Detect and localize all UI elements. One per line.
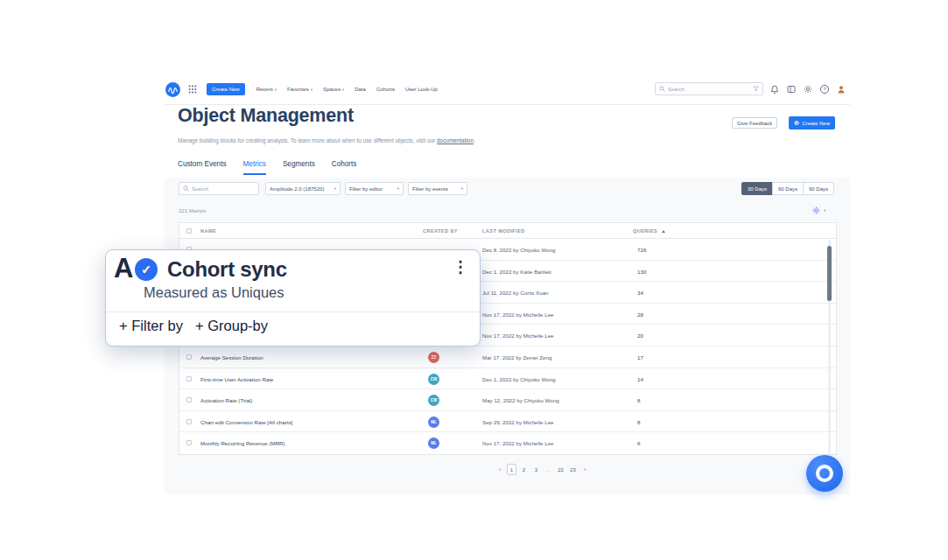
top-navigation-bar: Create New Recent▾Favorites▾Spaces▾DataC… (165, 79, 850, 100)
metric-name: First-time User Activation Rate (200, 376, 274, 382)
chevron-down-icon: ▾ (275, 88, 277, 92)
check-icon: ✓ (141, 262, 151, 276)
metric-zoom-card: A ✓ Cohort sync ⋮ Measured as Uniques + … (105, 249, 481, 346)
tabs: Custom EventsMetricsSegmentsCohorts (178, 160, 356, 175)
topbar-search[interactable] (655, 82, 763, 95)
pagination-page-23[interactable]: 23 (568, 464, 578, 475)
table-search-input[interactable] (192, 186, 255, 192)
queries-count: 14 (637, 376, 643, 382)
row-checkbox[interactable] (186, 397, 192, 402)
topbar-search-input[interactable] (668, 87, 750, 92)
create-new-button-topbar[interactable]: Create New (207, 83, 245, 95)
table-row[interactable]: Average Session DurationZZMar 17, 2022 b… (179, 346, 836, 368)
circle-plus-icon: ⊕ (794, 120, 799, 127)
sort-ascending-icon[interactable] (662, 230, 665, 233)
table-search[interactable] (179, 182, 259, 195)
nav-item-favorites[interactable]: Favorites▾ (287, 87, 312, 92)
give-feedback-button[interactable]: Give Feedback (732, 117, 777, 129)
last-modified: Nov 17, 2022 by Michelle Lee (482, 312, 554, 318)
verified-badge: ✓ (135, 258, 158, 281)
column-config-button[interactable]: ▾ (812, 206, 825, 214)
nav-item-recent[interactable]: Recent▾ (256, 87, 277, 92)
layout-panel-icon[interactable] (787, 85, 796, 94)
pagination-page-2[interactable]: 2 (519, 464, 529, 475)
column-header-created-by[interactable]: CREATED BY (423, 228, 458, 234)
dropdown-filter-by-events[interactable]: Filter by events▾ (408, 182, 467, 195)
table-row[interactable]: Chart edit Conversion Rate [All charts]M… (179, 411, 836, 433)
day-filter-90-days[interactable]: 90 Days (803, 182, 834, 195)
row-checkbox[interactable] (186, 376, 192, 382)
pagination-page-22[interactable]: 22 (556, 464, 565, 475)
notification-bell-icon[interactable] (770, 85, 779, 94)
dropdown-label: Filter by editor (349, 186, 383, 192)
queries-count: 726 (637, 247, 646, 253)
dropdown-amplitude-2-0-187520[interactable]: Amplitude 2.0 (187520)▾ (265, 182, 341, 195)
row-checkbox[interactable] (186, 440, 192, 445)
filter-dropdowns: Amplitude 2.0 (187520)▾Filter by editor▾… (265, 182, 467, 195)
metric-name: Activation Rate (Trial) (200, 397, 252, 403)
pagination-next-icon[interactable]: › (580, 464, 589, 475)
kebab-menu-icon[interactable]: ⋮ (453, 256, 468, 278)
metric-measured-as: Measured as Uniques (144, 284, 284, 301)
help-beacon-button[interactable] (806, 455, 843, 492)
nav-item-spaces[interactable]: Spaces▾ (323, 87, 344, 92)
dropdown-filter-by-editor[interactable]: Filter by editor▾ (345, 182, 404, 195)
tab-segments[interactable]: Segments (283, 160, 315, 175)
group-by-button[interactable]: + Group-by (195, 318, 268, 334)
column-header-name[interactable]: NAME (200, 228, 216, 234)
user-avatar[interactable] (837, 85, 846, 94)
chevron-down-icon: ▾ (342, 88, 344, 92)
pagination-page-1[interactable]: 1 (507, 464, 516, 475)
day-filter-30-days[interactable]: 30 Days (741, 182, 773, 195)
select-all-checkbox[interactable] (186, 228, 192, 234)
tab-custom-events[interactable]: Custom Events (178, 160, 227, 175)
table-row[interactable]: Monthly Recurring Revenue (MRR)MLNov 17,… (179, 432, 836, 454)
app-grid-icon[interactable] (188, 85, 197, 94)
row-checkbox[interactable] (186, 354, 192, 360)
created-by-avatar: ML (428, 438, 439, 449)
dropdown-label: Amplitude 2.0 (187520) (270, 186, 324, 192)
pagination: ‹123…2223› (495, 464, 589, 475)
created-by-avatar: CW (428, 374, 439, 385)
last-modified: Mar 17, 2022 by Zemei Zeng (482, 354, 551, 360)
nav-item-user-look-up[interactable]: User Look-Up (405, 87, 438, 92)
column-header-last-modified[interactable]: LAST MODIFIED (482, 228, 525, 234)
topbar-menu: Recent▾Favorites▾Spaces▾DataCohortsUser … (256, 87, 438, 92)
help-icon[interactable]: ? (820, 85, 829, 94)
settings-gear-icon[interactable] (804, 85, 812, 94)
row-checkbox[interactable] (186, 419, 192, 424)
table-scrollbar-thumb[interactable] (827, 246, 832, 301)
create-new-button-header[interactable]: ⊕ Create New (789, 116, 835, 130)
amplitude-logo-icon[interactable] (165, 82, 180, 97)
tab-metrics[interactable]: Metrics (243, 160, 266, 175)
pagination-prev-icon[interactable]: ‹ (495, 464, 504, 475)
subtitle-text: Manage building blocks for creating anal… (178, 137, 437, 144)
documentation-link[interactable]: documentation (437, 137, 474, 144)
day-filter-60-days[interactable]: 60 Days (772, 182, 804, 195)
queries-count: 20 (637, 332, 643, 339)
filter-by-button[interactable]: + Filter by (119, 318, 183, 334)
last-modified: Nov 17, 2022 by Michelle Lee (482, 440, 554, 446)
search-icon (183, 186, 189, 192)
last-modified: May 12, 2022 by Chiyoko Wong (482, 397, 559, 403)
queries-count: 28 (637, 312, 643, 318)
nav-item-data[interactable]: Data (355, 87, 366, 92)
day-range-filter: 30 Days60 Days90 Days (741, 182, 834, 195)
last-modified: Dec 1, 2022 by Katie Bartlett (482, 269, 551, 275)
last-modified: Jul 11, 2022 by Curtis Xuan (482, 290, 549, 296)
table-row[interactable]: First-time User Activation RateCWDec 1, … (179, 368, 836, 390)
chevron-down-icon: ▾ (311, 88, 312, 92)
popup-divider (106, 312, 480, 312)
column-header-queries[interactable]: QUERIES (633, 228, 657, 234)
pagination-ellipsis: … (544, 464, 553, 475)
nav-item-cohorts[interactable]: Cohorts (376, 87, 395, 92)
filter-funnel-icon[interactable] (753, 86, 759, 92)
dropdown-label: Filter by events (412, 186, 448, 192)
search-icon (659, 86, 665, 92)
beacon-ring-icon (816, 465, 833, 482)
metric-name: Average Session Duration (200, 354, 263, 360)
pagination-page-3[interactable]: 3 (531, 464, 541, 475)
table-row[interactable]: Activation Rate (Trial)CWMay 12, 2022 by… (179, 389, 836, 411)
metrics-count: 221 Metrics (179, 208, 206, 214)
tab-cohorts[interactable]: Cohorts (332, 160, 357, 175)
